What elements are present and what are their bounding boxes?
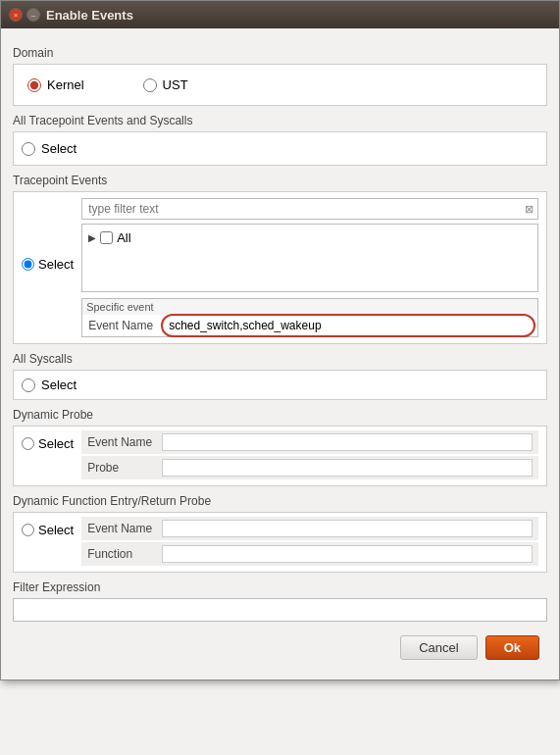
tree-all-row: ▶ All <box>86 228 534 247</box>
event-name-input[interactable] <box>165 318 532 333</box>
dynamic-probe-event-name-label: Event Name <box>87 435 156 449</box>
filter-expression-input[interactable] <box>13 598 547 622</box>
dynamic-function-radio[interactable] <box>22 524 34 536</box>
all-syscalls-label: All Syscalls <box>13 352 547 366</box>
all-tracepoint-section: Select <box>13 131 547 166</box>
dynamic-probe-fields: Event Name Probe <box>81 430 538 481</box>
dynamic-probe-event-name-input[interactable] <box>162 433 533 451</box>
all-tracepoint-radio[interactable] <box>22 142 35 156</box>
dynamic-function-select-label: Select <box>38 523 74 537</box>
dynamic-function-function-row: Function <box>81 542 538 566</box>
all-tracepoint-radio-row: Select <box>22 138 538 159</box>
dynamic-probe-select-label: Select <box>38 436 74 451</box>
ust-radio[interactable] <box>143 78 157 92</box>
event-name-value-wrapper <box>165 318 532 333</box>
dynamic-probe-probe-row: Probe <box>81 456 538 479</box>
enable-events-dialog: × – Enable Events Domain Kernel UST All … <box>0 0 560 680</box>
specific-event-box: Specific event Event Name <box>81 298 538 337</box>
dialog-content: Domain Kernel UST All Tracepoint Events … <box>1 28 559 680</box>
dynamic-function-function-label: Function <box>87 547 156 561</box>
tree-all-label: All <box>117 230 130 245</box>
ust-label: UST <box>163 77 188 92</box>
dynamic-function-event-name-row: Event Name <box>81 517 538 540</box>
domain-label: Domain <box>13 46 547 60</box>
dynamic-probe-probe-input[interactable] <box>162 459 533 477</box>
cancel-button[interactable]: Cancel <box>400 635 477 660</box>
event-name-label: Event Name <box>88 319 157 332</box>
specific-event-row: Event Name <box>82 315 537 336</box>
tracepoint-select-radio[interactable] <box>22 258 34 271</box>
dynamic-function-fields: Event Name Function <box>81 517 538 568</box>
tracepoint-inner: Select ⊠ ▶ All Specif <box>14 192 546 343</box>
dynamic-probe-label: Dynamic Probe <box>13 408 547 422</box>
tracepoint-events-label: Tracepoint Events <box>13 174 547 187</box>
dynamic-function-event-name-label: Event Name <box>87 522 156 535</box>
dynamic-function-event-name-input[interactable] <box>162 520 533 537</box>
tracepoint-events-section: Select ⊠ ▶ All Specif <box>13 191 547 344</box>
close-button[interactable]: × <box>9 8 23 22</box>
tracepoint-select-label: Select <box>38 257 74 272</box>
dynamic-function-left: Select <box>22 517 74 537</box>
all-syscalls-section: Select <box>13 370 547 400</box>
tree-all-checkbox[interactable] <box>100 231 113 244</box>
dynamic-probe-event-name-row: Event Name <box>81 430 538 454</box>
all-syscalls-radio-row: Select <box>22 375 538 395</box>
dynamic-probe-probe-label: Probe <box>87 461 156 475</box>
filter-expression-label: Filter Expression <box>13 580 547 594</box>
clear-filter-icon[interactable]: ⊠ <box>520 200 537 218</box>
all-syscalls-radio[interactable] <box>22 378 35 392</box>
titlebar-buttons: × – <box>9 8 40 22</box>
specific-event-title: Specific event <box>82 299 537 315</box>
domain-row: Kernel UST <box>22 71 538 99</box>
filter-section: Filter Expression <box>13 580 547 622</box>
all-tracepoint-label: All Tracepoint Events and Syscalls <box>13 114 547 127</box>
dynamic-function-label: Dynamic Function Entry/Return Probe <box>13 494 547 508</box>
dialog-title: Enable Events <box>46 8 133 23</box>
filter-input-row: ⊠ <box>81 198 538 220</box>
domain-section: Kernel UST <box>13 64 547 106</box>
dynamic-probe-left: Select <box>22 430 74 451</box>
all-syscalls-select-label: Select <box>41 378 76 392</box>
dynamic-function-function-input[interactable] <box>162 545 533 563</box>
tracepoint-filter-input[interactable] <box>82 199 520 219</box>
tracepoint-left: Select <box>22 198 74 272</box>
kernel-radio[interactable] <box>27 78 41 92</box>
all-tracepoint-select-label: Select <box>41 141 76 156</box>
kernel-radio-row: Kernel <box>27 75 84 95</box>
tracepoint-right: ⊠ ▶ All Specific event Event Name <box>81 198 538 337</box>
ok-button[interactable]: Ok <box>485 635 539 660</box>
dynamic-function-inner: Select Event Name Function <box>14 513 546 572</box>
tracepoint-tree: ▶ All <box>81 224 538 292</box>
buttons-row: Cancel Ok <box>13 629 547 670</box>
minimize-button[interactable]: – <box>26 8 40 22</box>
dynamic-probe-inner: Select Event Name Probe <box>14 427 546 485</box>
dynamic-probe-radio[interactable] <box>22 437 34 450</box>
ust-radio-row: UST <box>143 75 188 95</box>
titlebar: × – Enable Events <box>1 1 559 28</box>
kernel-label: Kernel <box>47 77 84 92</box>
tree-expand-icon[interactable]: ▶ <box>88 232 96 243</box>
dynamic-probe-section: Select Event Name Probe <box>13 426 547 486</box>
dynamic-function-section: Select Event Name Function <box>13 512 547 573</box>
